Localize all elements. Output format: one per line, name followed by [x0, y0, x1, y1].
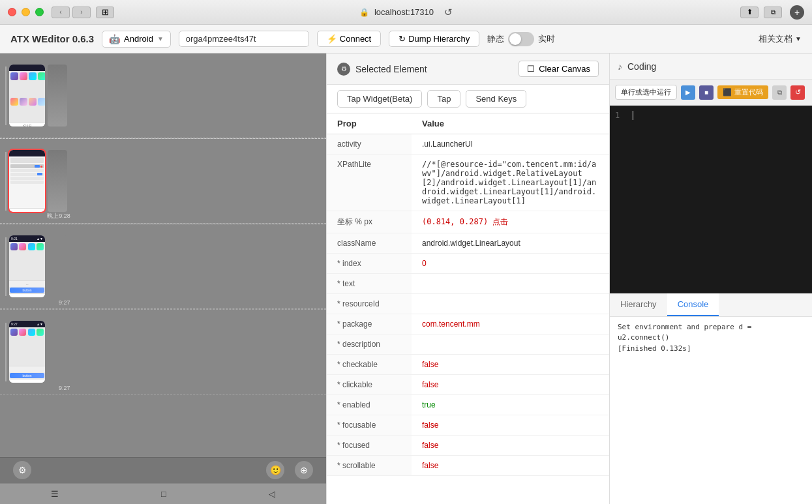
code-editor[interactable]: 1: [610, 106, 812, 293]
left-panel: ◁ ○ □: [0, 53, 326, 504]
device-nav-bar: ☰ □ ◁: [0, 483, 326, 504]
table-row: * enabledtrue: [327, 395, 609, 415]
refresh-icon: ↻: [398, 34, 406, 44]
console-tab[interactable]: Console: [667, 293, 719, 316]
share-button[interactable]: ⬆: [740, 7, 759, 18]
mode-toggle-switch[interactable]: [508, 32, 534, 46]
dump-hierarchy-button[interactable]: ↻ Dump Hierarchy: [389, 31, 479, 47]
stop-button[interactable]: ■: [699, 85, 714, 100]
run-selected-button[interactable]: 单行或选中运行: [615, 85, 677, 100]
bottom-emoji-buttons: 🙂 ⊕: [266, 461, 313, 479]
value-cell: android.widget.LinearLayout: [412, 233, 609, 254]
value-cell: com.tencent.mm: [412, 314, 609, 334]
table-row: * focusedfalse: [327, 436, 609, 456]
url-text: localhost:17310: [374, 7, 434, 17]
cursor: [633, 111, 633, 120]
realtime-mode-label: 实时: [538, 33, 555, 45]
play-button[interactable]: ▶: [681, 85, 695, 100]
screenshot-row-2: 晚上9:28: [0, 139, 326, 224]
phone-thumb-3[interactable]: 9:21 ▲▼ ··· button: [9, 235, 45, 297]
mode-toggle-group: 静态 实时: [487, 32, 555, 46]
phone-thumb-2[interactable]: [9, 150, 45, 212]
prop-column-header: Prop: [327, 113, 412, 134]
coding-label: Coding: [627, 61, 656, 72]
prop-cell: * index: [327, 254, 412, 274]
prop-cell: * enabled: [327, 395, 412, 415]
properties-table: Prop Value activity.ui.LauncherUIXPathLi…: [327, 113, 609, 504]
clear-canvas-button[interactable]: ☐ Clear Canvas: [519, 61, 599, 77]
emoji-button[interactable]: 🙂: [266, 461, 284, 479]
bottom-tabs: Hierarchy Console: [610, 293, 812, 317]
reset-icon: ⬛: [723, 88, 732, 96]
send-keys-button[interactable]: Send Keys: [466, 90, 526, 108]
connect-icon: ⚡: [327, 34, 337, 44]
tap-button[interactable]: Tap: [427, 90, 460, 108]
console-output: Set environment and prepare d = u2.conne…: [610, 317, 812, 505]
lock-icon: 🔒: [359, 8, 369, 17]
value-cell: false: [412, 456, 609, 476]
prop-cell: className: [327, 233, 412, 254]
static-mode-label: 静态: [487, 33, 504, 45]
window-button[interactable]: ⧉: [764, 7, 782, 18]
maximize-button[interactable]: [35, 8, 44, 16]
prop-cell: * package: [327, 314, 412, 334]
titlebar-nav: ‹ ›: [52, 7, 91, 18]
mini-thumb-2: [48, 150, 67, 212]
middle-header: ⚙ Selected Element ☐ Clear Canvas: [327, 53, 609, 85]
phone-thumb-4[interactable]: 9:27 ▲▼ button: [9, 321, 45, 383]
value-cell: false: [412, 415, 609, 436]
back-nav-button[interactable]: ‹: [52, 7, 70, 18]
connect-button[interactable]: ⚡ Connect: [317, 31, 381, 47]
table-row: * checkablefalse: [327, 355, 609, 375]
view-toggle-button[interactable]: ⊞: [96, 7, 114, 18]
prop-cell: * focused: [327, 436, 412, 456]
app-header: ATX WEditor 0.6.3 🤖 Android ▼ ⚡ Connect …: [0, 25, 812, 53]
prop-cell: 坐标 % px: [327, 211, 412, 233]
nav-back-icon[interactable]: ◁: [256, 486, 288, 501]
close-button[interactable]: [8, 8, 16, 16]
table-row: * description: [327, 334, 609, 355]
prop-cell: * description: [327, 334, 412, 355]
value-cell: .ui.LauncherUI: [412, 134, 609, 155]
coding-toolbar: 单行或选中运行 ▶ ■ ⬛ 重置代码 ⧉ ↺: [610, 80, 812, 106]
time-label-4: 9:27: [59, 385, 70, 391]
new-tab-button[interactable]: +: [790, 5, 804, 20]
table-row: XPathLite//*[@resource-id="com.tencent.m…: [327, 155, 609, 211]
plus-button[interactable]: ⊕: [295, 461, 313, 479]
device-id-input[interactable]: [179, 31, 309, 47]
nav-menu-icon[interactable]: ☰: [38, 486, 72, 501]
screenshot-row-1: ◁ ○ □: [0, 53, 326, 138]
phone-screenshot-list[interactable]: ◁ ○ □: [0, 53, 326, 457]
mini-thumb-4: [48, 321, 67, 383]
tap-widget-button[interactable]: Tap Widget(Beta): [337, 90, 422, 108]
middle-panel: ⚙ Selected Element ☐ Clear Canvas Tap Wi…: [326, 53, 610, 504]
table-row: * clickablefalse: [327, 375, 609, 395]
hierarchy-tab[interactable]: Hierarchy: [610, 293, 667, 316]
value-cell: true: [412, 395, 609, 415]
device-bottom-controls: ⚙ 🙂 ⊕: [0, 457, 326, 483]
android-icon: 🤖: [109, 34, 120, 44]
nav-home-icon[interactable]: □: [148, 486, 179, 501]
prop-cell: * resourceId: [327, 294, 412, 314]
value-cell: [412, 294, 609, 314]
prop-cell: * checkable: [327, 355, 412, 375]
right-panel: ♪ Coding 单行或选中运行 ▶ ■ ⬛ 重置代码 ⧉ ↺ 1 Hierar…: [610, 53, 812, 504]
table-row: * scrollablefalse: [327, 456, 609, 476]
settings-wheel-button[interactable]: ⚙: [13, 461, 31, 479]
table-row: 坐标 % px(0.814, 0.287) 点击: [327, 211, 609, 233]
minimize-button[interactable]: [22, 8, 30, 16]
android-chevron-icon: ▼: [157, 35, 164, 42]
related-docs-link[interactable]: 相关文档 ▼: [759, 33, 802, 45]
reload-button[interactable]: ↺: [444, 7, 453, 18]
forward-nav-button[interactable]: ›: [72, 7, 91, 18]
url-bar: 🔒 localhost:17310 ↺: [359, 7, 453, 18]
value-cell: 0: [412, 254, 609, 274]
refresh-button[interactable]: ↺: [790, 85, 805, 100]
chevron-icon: ▼: [795, 35, 802, 42]
mini-thumb-1: [48, 65, 67, 126]
copy-button[interactable]: ⧉: [772, 85, 787, 100]
reset-code-button[interactable]: ⬛ 重置代码: [717, 85, 768, 99]
phone-thumb-1[interactable]: ◁ ○ □: [9, 65, 45, 126]
value-cell: false: [412, 355, 609, 375]
android-selector[interactable]: 🤖 Android ▼: [102, 31, 171, 48]
